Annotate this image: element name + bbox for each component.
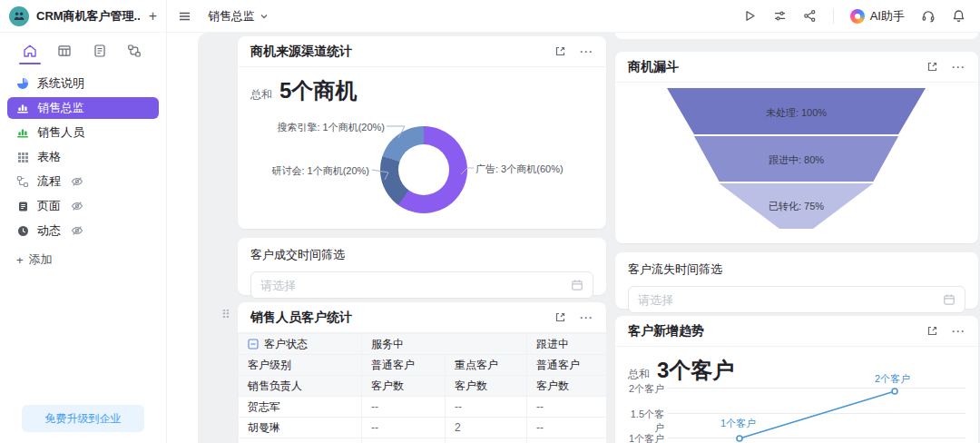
value-cell: 1 bbox=[362, 438, 446, 443]
expand-icon[interactable] bbox=[554, 45, 566, 57]
owner-cell: 客户数 bbox=[527, 376, 607, 397]
sidebar-item-page[interactable]: 页面 bbox=[7, 195, 159, 217]
eye-off-icon[interactable] bbox=[71, 175, 83, 188]
name-cell: 贺志军 bbox=[239, 397, 362, 418]
sidebar-item-sales-director[interactable]: 销售总监 bbox=[7, 97, 159, 119]
app-tab[interactable]: CRM商机客户管理... + bbox=[0, 0, 167, 33]
value-cell: 2 bbox=[446, 418, 527, 438]
tab-document-icon[interactable] bbox=[88, 40, 112, 62]
value-cell: -- bbox=[446, 438, 527, 443]
total-value: 5个商机 bbox=[279, 76, 357, 105]
top-bar: CRM商机客户管理... + 销售总监 AI助手 bbox=[0, 0, 980, 33]
tab-home-icon[interactable] bbox=[18, 40, 42, 62]
card-title: 销售人员客户统计 bbox=[250, 310, 554, 326]
slice-label: 广告: 3个商机(60%) bbox=[475, 162, 564, 176]
level-cell: 普通客户 bbox=[527, 355, 607, 376]
sidebar-item-sales-staff[interactable]: 销售人员 bbox=[7, 122, 159, 143]
more-icon[interactable]: ⋯ bbox=[579, 47, 593, 56]
card-title: 商机漏斗 bbox=[628, 59, 926, 75]
trend-line-chart bbox=[615, 316, 978, 443]
tab-table-icon[interactable] bbox=[53, 40, 76, 62]
sidebar-item-label: 流程 bbox=[37, 173, 61, 190]
table-group-header-row: 客户状态 服务中 跟进中 bbox=[239, 334, 607, 355]
notifications-bell-button[interactable] bbox=[952, 9, 965, 23]
new-page-button[interactable]: + bbox=[147, 8, 159, 25]
pie-chart-icon bbox=[16, 77, 29, 90]
eye-off-icon[interactable] bbox=[71, 224, 83, 237]
card-source-channel: 商机来源渠道统计 ⋯ 总和 5个商机 搜索引擎: 1个商机(20%) 研讨会: … bbox=[238, 36, 606, 229]
sidebar-item-workflow[interactable]: 流程 bbox=[7, 171, 159, 192]
table-row: 王帅 1 -- 1 bbox=[239, 438, 607, 443]
share-button[interactable] bbox=[803, 9, 817, 23]
group-header-cell: 服务中 bbox=[362, 334, 527, 355]
status-header-label: 客户状态 bbox=[264, 337, 308, 352]
level-cell: 重点客户 bbox=[446, 355, 527, 376]
value-cell: -- bbox=[362, 397, 446, 418]
donut-chart bbox=[380, 126, 467, 213]
clock-icon bbox=[16, 225, 29, 237]
sidebar-item-label: 销售总监 bbox=[37, 100, 84, 116]
flow-icon bbox=[16, 175, 29, 188]
top-bar-main: 销售总监 AI助手 bbox=[167, 0, 980, 33]
filter-label: 客户流失时间筛选 bbox=[628, 261, 965, 278]
drag-handle-icon[interactable]: ⠿ bbox=[221, 308, 230, 321]
table-owner-row: 销售负责人 客户数 客户数 客户数 bbox=[239, 376, 607, 397]
adjust-settings-button[interactable] bbox=[773, 9, 787, 23]
card-new-customer-trend: 客户新增趋势 ⋯ 总和 3个客户 2个客户 1.5个客户 1个客户 1个客户 2… bbox=[615, 316, 978, 443]
table-level-row: 客户级别 普通客户 重点客户 普通客户 bbox=[239, 355, 607, 376]
value-cell: -- bbox=[362, 418, 446, 438]
sidebar-item-label: 表格 bbox=[37, 149, 61, 165]
level-cell: 客户级别 bbox=[239, 355, 362, 376]
more-icon[interactable]: ⋯ bbox=[579, 313, 593, 322]
filter-label: 客户成交时间筛选 bbox=[250, 247, 593, 263]
value-cell: -- bbox=[527, 397, 607, 418]
date-picker-input[interactable] bbox=[638, 293, 943, 307]
slice-label: 研讨会: 1个商机(20%) bbox=[250, 164, 369, 178]
expand-icon[interactable] bbox=[554, 311, 566, 323]
add-page-button[interactable]: + 添加 bbox=[7, 249, 159, 271]
eye-off-icon[interactable] bbox=[71, 200, 83, 212]
owner-cell: 销售负责人 bbox=[239, 376, 362, 397]
page-icon bbox=[16, 201, 29, 212]
card-funnel: 商机漏斗 ⋯ 未处理: 100% 跟进中: 80% 已转化: 75% bbox=[615, 52, 978, 243]
top-bar-divider bbox=[833, 9, 834, 24]
expand-icon[interactable] bbox=[926, 61, 938, 73]
sidebar-item-table[interactable]: 表格 bbox=[7, 146, 159, 168]
menu-icon[interactable] bbox=[178, 9, 191, 23]
chevron-down-icon bbox=[260, 12, 269, 21]
name-cell: 胡曼琳 bbox=[239, 418, 362, 438]
tab-workflow-icon[interactable] bbox=[122, 40, 146, 62]
page-tab[interactable]: 销售总监 bbox=[208, 8, 269, 25]
sidebar-item-system-info[interactable]: 系统说明 bbox=[7, 73, 159, 94]
ai-assistant-button[interactable]: AI助手 bbox=[850, 8, 905, 25]
table-row: 胡曼琳 -- 2 -- bbox=[239, 418, 607, 438]
funnel-stage-label: 未处理: 100% bbox=[667, 106, 926, 120]
card-sales-table: 销售人员客户统计 ⋯ 客户状态 服务中 跟进中 bbox=[238, 302, 606, 443]
upgrade-button[interactable]: 免费升级到企业 bbox=[22, 405, 144, 432]
table-row: 贺志军 -- -- -- bbox=[239, 397, 607, 418]
total-label: 总和 bbox=[250, 87, 272, 103]
data-point-label: 1个客户 bbox=[720, 417, 756, 430]
add-page-label: 添加 bbox=[29, 251, 53, 268]
preview-play-button[interactable] bbox=[743, 9, 757, 23]
card-churn-time-filter: 客户流失时间筛选 bbox=[615, 252, 978, 309]
date-picker-field[interactable] bbox=[250, 271, 593, 299]
sidebar-gutter bbox=[168, 33, 198, 443]
headset-support-button[interactable] bbox=[921, 9, 936, 24]
bar-chart-icon bbox=[16, 126, 29, 139]
plus-icon: + bbox=[16, 253, 24, 267]
date-picker-input[interactable] bbox=[260, 279, 571, 292]
calendar-icon bbox=[943, 293, 956, 306]
ai-assistant-icon bbox=[850, 9, 865, 24]
date-picker-field[interactable] bbox=[628, 286, 965, 313]
level-cell: 普通客户 bbox=[362, 355, 446, 376]
group-header-cell: 跟进中 bbox=[527, 334, 607, 355]
sidebar-item-activity[interactable]: 动态 bbox=[7, 220, 159, 241]
app-title: CRM商机客户管理... bbox=[36, 8, 140, 25]
sidebar-item-label: 系统说明 bbox=[37, 75, 84, 92]
sales-stats-table: 客户状态 服务中 跟进中 客户级别 普通客户 重点客户 普通客户 销售负责人 客… bbox=[238, 333, 607, 443]
more-icon[interactable]: ⋯ bbox=[951, 63, 965, 72]
collapse-icon[interactable] bbox=[248, 339, 259, 349]
status-header-cell[interactable]: 客户状态 bbox=[239, 334, 362, 355]
app-avatar bbox=[9, 6, 29, 26]
